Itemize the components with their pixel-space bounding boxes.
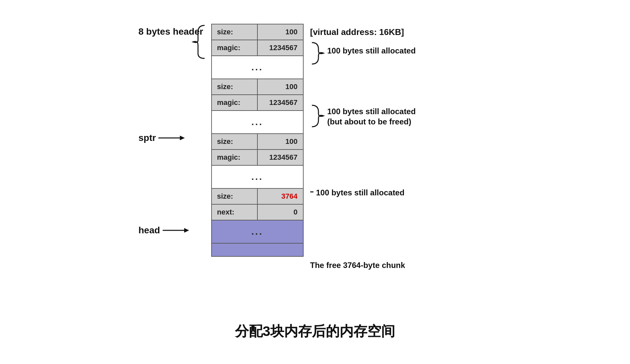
brace3-label: 100 bytes still allocated [316,188,405,197]
block2-magic-value: 1234567 [258,95,303,110]
block4-next-label: next: [212,205,258,220]
block2-dots: ... [211,111,304,134]
block4-free-bottom [211,244,304,257]
block1: size: 100 magic: 1234567 ... [211,24,304,79]
sptr-arrow [158,135,185,141]
block2-size-value: 100 [258,79,303,94]
block1-magic-value: 1234567 [258,40,303,55]
block1-magic-label: magic: [212,40,258,55]
block1-dots: ... [211,56,304,79]
head-arrow [163,227,189,234]
block3-size-value: 100 [258,134,303,149]
block4-next-value: 0 [258,205,303,220]
block4-dots: ... [211,220,304,244]
block3-size-label: size: [212,134,258,149]
block4-size-label: size: [212,189,258,204]
svg-marker-3 [184,228,189,233]
main-container: 8 bytes header sptr head [18,17,612,347]
block3: size: 100 magic: 1234567 ... [211,134,304,189]
block2: size: 100 magic: 1234567 ... [211,79,304,134]
block1-size-value: 100 [258,24,303,40]
head-label: head [139,225,160,236]
block3-magic-label: magic: [212,150,258,165]
block2-magic-label: magic: [212,95,258,110]
brace2-label: 100 bytes still allocated(but about to b… [327,106,416,127]
block2-size-label: size: [212,79,258,94]
free-chunk-label: The free 3764-byte chunk [310,261,405,270]
brace1-label: 100 bytes still allocated [327,46,416,55]
block3-dots: ... [211,166,304,189]
block4: size: 3764 next: 0 ... [211,189,304,257]
header-brace [191,24,208,60]
virtual-address-label: [virtual address: 16KB] [310,27,404,37]
sptr-label: sptr [139,133,156,143]
page-title: 分配3块内存后的内存空间 [235,322,395,341]
block1-size-label: size: [212,24,258,40]
block3-magic-value: 1234567 [258,150,303,165]
svg-marker-1 [180,136,185,140]
brace2 [310,104,325,128]
brace3-dash [310,191,314,192]
block4-size-value: 3764 [258,189,303,204]
brace1 [310,41,325,66]
